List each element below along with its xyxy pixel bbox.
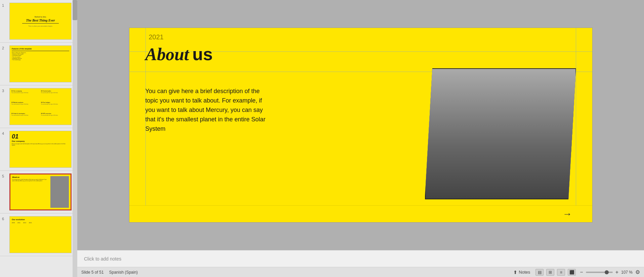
main-editing-area: 2021 About us You can give here a brief … bbox=[77, 0, 644, 277]
slide3-item-4: 04 Our budget You can describe the topic… bbox=[41, 102, 70, 112]
svg-point-13 bbox=[532, 107, 552, 130]
slide2-text: There is where your Things are…• Feature… bbox=[12, 52, 69, 61]
slide-number-1: 1 bbox=[2, 3, 7, 7]
slide-canvas[interactable]: 2021 About us You can give here a brief … bbox=[129, 28, 593, 223]
slide-title-italic: About bbox=[145, 44, 189, 64]
sidebar-scrollbar-thumb[interactable] bbox=[73, 0, 77, 20]
slide-title-bold: us bbox=[192, 44, 213, 64]
svg-point-16 bbox=[557, 107, 574, 128]
svg-rect-20 bbox=[464, 158, 500, 160]
svg-point-17 bbox=[559, 95, 571, 108]
svg-rect-7 bbox=[449, 134, 469, 154]
slide1-title: The Best Thing Ever bbox=[26, 18, 55, 23]
slide4-text: Now you can give some brief description … bbox=[12, 143, 69, 146]
slide5-about-label: About us bbox=[12, 176, 49, 178]
svg-rect-23 bbox=[426, 69, 575, 199]
slide-thumbnail-6[interactable]: Our evolution 2009 2011 2013 2015 bbox=[9, 216, 72, 253]
svg-rect-0 bbox=[426, 69, 575, 199]
slide-editor[interactable]: 2021 About us You can give here a brief … bbox=[77, 0, 644, 250]
slide-thumbnail-item-3[interactable]: 3 01 Our company You can describe the to… bbox=[0, 85, 77, 128]
notes-placeholder-text[interactable]: Click to add notes bbox=[84, 256, 121, 262]
slide-canvas-wrapper: 2021 About us You can give here a brief … bbox=[129, 28, 593, 223]
slide4-number: 01 bbox=[12, 133, 69, 140]
svg-point-11 bbox=[508, 90, 523, 107]
slide-thumbnail-1[interactable]: Marked by idea. The Best Thing Ever Ther… bbox=[9, 3, 72, 40]
slide3-item-3: 03 Market analysis You can describe the … bbox=[11, 102, 40, 112]
people-group-image bbox=[426, 69, 575, 199]
slide1-subtitle: There is where your presentation begins. bbox=[28, 25, 52, 27]
slide3-item-1: 01 Our company You can describe the topi… bbox=[11, 90, 40, 101]
normal-view-button[interactable]: ▤ bbox=[535, 269, 544, 276]
slide-thumbnail-item-1[interactable]: 1 Marked by idea. The Best Thing Ever Th… bbox=[0, 0, 77, 43]
svg-rect-22 bbox=[532, 149, 537, 155]
slide3-item-2: 02 Content plan You can describe the top… bbox=[41, 90, 70, 101]
language-info: Spanish (Spain) bbox=[109, 270, 138, 275]
svg-point-5 bbox=[449, 111, 469, 134]
sidebar-scrollbar[interactable] bbox=[73, 0, 77, 277]
slide-thumbnail-item-2[interactable]: 2 Features of this template There is whe… bbox=[0, 43, 77, 85]
settings-icon[interactable]: ⚙ bbox=[635, 269, 640, 275]
notes-tab-label: Notes bbox=[519, 270, 530, 275]
slide-panel: 1 Marked by idea. The Best Thing Ever Th… bbox=[0, 0, 77, 277]
slide-number-6: 6 bbox=[2, 217, 7, 221]
svg-rect-2 bbox=[442, 152, 559, 157]
zoom-level: 107 % bbox=[621, 270, 633, 275]
slide5-image bbox=[50, 176, 69, 208]
svg-point-6 bbox=[452, 98, 466, 113]
zoom-slider[interactable] bbox=[586, 272, 613, 273]
slide-image-container[interactable] bbox=[425, 68, 576, 199]
slide-thumbnail-5[interactable]: About us You can give here a brief descr… bbox=[9, 173, 72, 210]
svg-point-14 bbox=[535, 95, 549, 110]
svg-rect-3 bbox=[449, 157, 452, 184]
notes-tab-button[interactable]: ⬆ Notes bbox=[511, 269, 533, 276]
slide6-title: Our evolution bbox=[12, 219, 69, 221]
svg-point-8 bbox=[478, 108, 499, 133]
slide-title[interactable]: About us bbox=[145, 44, 213, 64]
slide6-year-1: 2009 bbox=[12, 222, 15, 224]
slide-thumbnail-item-5[interactable]: 5 About us You can give here a brief des… bbox=[0, 171, 77, 213]
zoom-minus-button[interactable]: − bbox=[578, 269, 584, 275]
svg-rect-4 bbox=[549, 157, 551, 184]
app-container: 1 Marked by idea. The Best Thing Ever Th… bbox=[0, 0, 644, 277]
guide-line-v2 bbox=[576, 28, 576, 222]
slide-arrow: → bbox=[563, 209, 572, 220]
slide4-subtitle: Our company bbox=[12, 140, 69, 142]
slide-thumbnail-item-6[interactable]: 6 Our evolution 2009 2011 2013 2015 bbox=[0, 213, 77, 256]
status-left: Slide 5 of 51 Spanish (Spain) bbox=[81, 270, 138, 275]
slide-number-5: 5 bbox=[2, 174, 7, 178]
grid-view-button[interactable]: ⊞ bbox=[546, 269, 554, 276]
outline-view-button[interactable]: ≡ bbox=[557, 269, 565, 276]
slide6-timeline: 2009 2011 2013 2015 bbox=[12, 222, 69, 224]
slide3-item-5: 05 Goals & strategies You can describe t… bbox=[11, 113, 40, 123]
slide1-line bbox=[22, 23, 59, 24]
slide-thumbnail-2[interactable]: Features of this template There is where… bbox=[9, 45, 72, 82]
svg-rect-12 bbox=[507, 107, 524, 154]
svg-rect-15 bbox=[532, 130, 552, 154]
slide3-item-6: 06 KPI overview You can describe the top… bbox=[41, 113, 70, 123]
zoom-control: − + 107 % bbox=[578, 269, 633, 275]
slide-thumbnail-3[interactable]: 01 Our company You can describe the topi… bbox=[9, 88, 72, 125]
slide1-small-text: Marked by idea. bbox=[35, 16, 47, 18]
slide2-line bbox=[12, 51, 69, 51]
svg-rect-19 bbox=[469, 142, 495, 159]
slide-description[interactable]: You can give here a brief description of… bbox=[145, 87, 266, 133]
slide-year: 2021 bbox=[149, 33, 164, 41]
zoom-slider-thumb[interactable] bbox=[605, 270, 609, 274]
slide-number-2: 2 bbox=[2, 46, 7, 50]
svg-point-9 bbox=[481, 94, 496, 110]
slide5-desc: You can give here a brief description of… bbox=[12, 179, 49, 182]
slide-number-4: 4 bbox=[2, 131, 7, 135]
slide-info: Slide 5 of 51 bbox=[81, 270, 104, 275]
svg-rect-1 bbox=[426, 69, 575, 199]
svg-rect-21 bbox=[525, 149, 530, 155]
slide-thumbnail-item-4[interactable]: 4 01 Our company Now you can give some b… bbox=[0, 128, 77, 171]
notes-area[interactable]: Click to add notes bbox=[77, 250, 644, 267]
slide6-year-3: 2013 bbox=[23, 222, 26, 224]
slide2-title: Features of this template bbox=[12, 48, 69, 50]
svg-rect-18 bbox=[557, 128, 575, 153]
slide-number-3: 3 bbox=[2, 89, 7, 93]
slide-thumbnail-4[interactable]: 01 Our company Now you can give some bri… bbox=[9, 131, 72, 168]
zoom-plus-button[interactable]: + bbox=[614, 269, 620, 275]
slide6-year-2: 2011 bbox=[17, 222, 20, 224]
presenter-view-button[interactable]: ⬛ bbox=[568, 269, 576, 276]
